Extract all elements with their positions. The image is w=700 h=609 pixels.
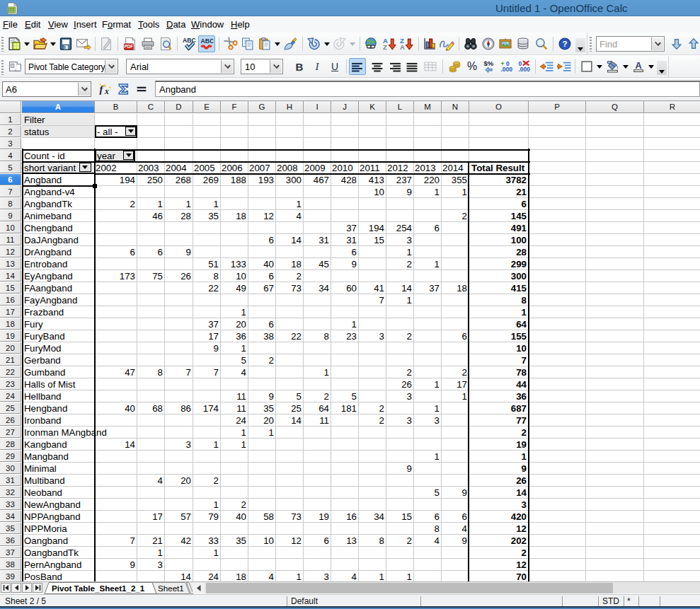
- svg-text:.000: .000: [501, 66, 513, 73]
- svg-text:.000: .000: [519, 66, 531, 73]
- svg-text:Z: Z: [383, 43, 387, 50]
- svg-text:ABC: ABC: [201, 37, 214, 45]
- svg-text:%: %: [467, 60, 477, 72]
- svg-text:Pivot Table_Sheet1_2_1: Pivot Table_Sheet1_2_1: [52, 584, 145, 593]
- svg-text:Sheet1: Sheet1: [158, 584, 184, 593]
- svg-text:A: A: [635, 60, 641, 71]
- svg-text:PDF: PDF: [125, 44, 134, 49]
- svg-text:$%: $%: [484, 59, 494, 66]
- svg-text:x: x: [104, 87, 109, 96]
- svg-text:?: ?: [562, 39, 567, 48]
- svg-text:A: A: [400, 43, 405, 50]
